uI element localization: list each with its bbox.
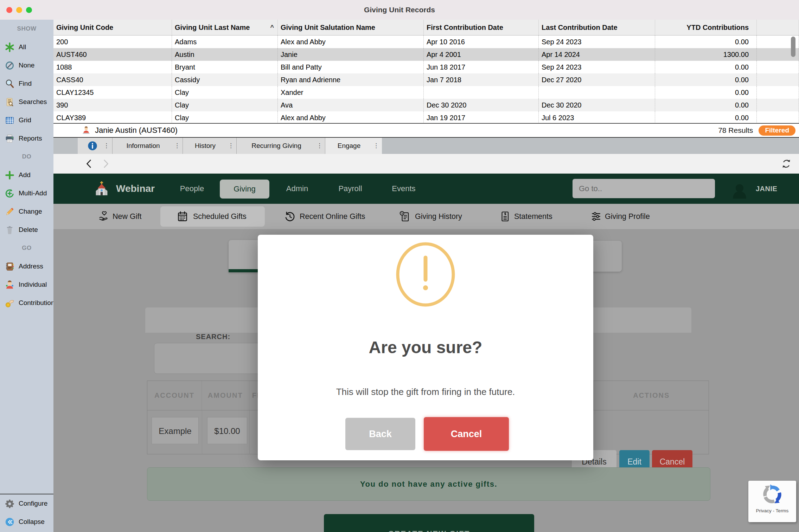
table-cell: Sep 24 2023 <box>539 61 655 73</box>
modal-back-button[interactable]: Back <box>345 418 415 450</box>
table-cell: Dec 30 2020 <box>539 99 655 111</box>
tab-label: Information <box>113 138 174 154</box>
confirmation-modal: Are you sure? This will stop the gift fr… <box>258 235 593 460</box>
sidebar-item-change[interactable]: Change <box>0 202 53 221</box>
table-cell: Alex and Abby <box>278 111 424 123</box>
sidebar-item-individual[interactable]: Individual <box>0 275 53 294</box>
sidebar-item-label: Contributions <box>19 299 58 307</box>
tab-info[interactable]: ⋮ <box>78 138 112 154</box>
subnav-item-label: Recent Online Gifts <box>300 204 365 229</box>
column-header-giving-unit-last-name[interactable]: Giving Unit Last Name^ <box>172 20 278 35</box>
actions-cell-border <box>595 414 698 451</box>
modal-cancel-button[interactable]: Cancel <box>424 417 509 451</box>
recaptcha-badge[interactable]: Privacy - Terms <box>748 481 796 522</box>
table-cell: 0.00 <box>655 86 757 99</box>
sidebar-item-grid[interactable]: Grid <box>0 111 53 129</box>
tab-history[interactable]: History⋮ <box>183 138 237 154</box>
portal-nav-people[interactable]: People <box>180 174 204 204</box>
table-cell: CLAY12345 <box>53 86 172 99</box>
column-header-first-contribution-date[interactable]: First Contribution Date <box>424 20 539 35</box>
asterisk-icon <box>5 42 15 52</box>
sidebar-item-none[interactable]: None <box>0 56 53 74</box>
tab-engage[interactable]: Engage⋮ <box>325 138 382 154</box>
table-row[interactable]: CLAY389ClayAlex and AbbyJan 19 2017Jul 6… <box>53 111 799 123</box>
sidebar-item-reports[interactable]: Reports <box>0 129 53 148</box>
table-cell: CASS40 <box>53 73 172 86</box>
column-header-blank[interactable] <box>757 20 799 35</box>
sidebar-item-label: Configure <box>19 500 47 507</box>
table-cell: CLAY389 <box>53 111 172 123</box>
table-row[interactable]: CLAY12345ClayXander0.00 <box>53 86 799 99</box>
column-header-ytd-contributions[interactable]: YTD Contributions <box>655 20 757 35</box>
gift-column-amount: AMOUNT <box>202 381 249 410</box>
sidebar-item-multi-add[interactable]: Multi-Add <box>0 184 53 202</box>
sidebar-item-address[interactable]: Address <box>0 257 53 275</box>
scroll-search-icon <box>5 97 15 107</box>
table-cell: AUST460 <box>53 48 172 61</box>
tab-menu-dots-icon[interactable]: ⋮ <box>228 138 234 154</box>
sidebar-item-label: Change <box>19 208 42 215</box>
sidebar-item-label: Delete <box>19 226 38 234</box>
sidebar-item-configure[interactable]: Configure <box>0 494 53 513</box>
sidebar: SHOWAllNoneFindSearchesGridReportsDOAddM… <box>0 20 53 532</box>
person-icon <box>5 280 15 290</box>
modal-title: Are you sure? <box>258 338 593 357</box>
forward-arrow-icon[interactable] <box>100 158 111 170</box>
sidebar-item-delete[interactable]: Delete <box>0 221 53 239</box>
web-portal: Webinar PeopleGivingAdminPayrollEvents J… <box>53 174 799 532</box>
tab-menu-dots-icon[interactable]: ⋮ <box>174 138 180 154</box>
sidebar-item-find[interactable]: Find <box>0 74 53 93</box>
record-bar: Janie Austin (AUST460) 78 Results Filter… <box>53 123 799 138</box>
table-row[interactable]: 390ClayAvaDec 30 2020Dec 30 20200.00 <box>53 99 799 111</box>
collapse-circle-icon <box>5 517 15 527</box>
column-header-giving-unit-code[interactable]: Giving Unit Code <box>53 20 172 35</box>
table-cell <box>757 61 799 73</box>
table-scrollbar[interactable] <box>791 37 795 57</box>
church-icon <box>93 180 110 197</box>
table-cell: 0.00 <box>655 61 757 73</box>
record-person-icon <box>82 125 91 136</box>
goto-input[interactable] <box>573 179 715 198</box>
column-header-last-contribution-date[interactable]: Last Contribution Date <box>539 20 655 35</box>
tab-label: Engage <box>325 138 373 154</box>
sidebar-item-contributions[interactable]: Contributions <box>0 294 53 312</box>
records-table-header: Giving Unit CodeGiving Unit Last Name^Gi… <box>53 20 799 35</box>
prohibit-icon <box>5 60 15 71</box>
table-cell: Bryant <box>172 61 278 73</box>
gear-icon <box>5 499 15 509</box>
portal-nav-giving[interactable]: Giving <box>220 180 269 199</box>
gift-column-account: ACCOUNT <box>147 381 202 410</box>
table-row[interactable]: 200AdamsAlex and AbbyApr 10 2016Sep 24 2… <box>53 35 799 48</box>
window-title: Giving Unit Records <box>0 0 799 20</box>
grid-icon <box>5 115 15 125</box>
table-cell: Adams <box>172 35 278 48</box>
sidebar-item-label: None <box>19 61 34 69</box>
tab-recurring-giving[interactable]: Recurring Giving⋮ <box>236 138 325 154</box>
coin-hand-icon <box>5 298 15 308</box>
create-new-gift-button[interactable]: CREATE NEW GIFT <box>324 514 534 532</box>
tab-menu-dots-icon[interactable]: ⋮ <box>317 138 322 154</box>
sidebar-item-collapse[interactable]: Collapse <box>0 513 53 531</box>
table-cell: Xander <box>278 86 424 99</box>
subnav-item-label: Statements <box>514 204 552 229</box>
refresh-icon[interactable] <box>781 158 792 169</box>
sidebar-item-all[interactable]: All <box>0 38 53 56</box>
table-row[interactable]: 1088BryantBill and PattyJun 18 2017Sep 2… <box>53 61 799 73</box>
table-cell: Dec 30 2020 <box>424 99 539 111</box>
table-cell: 200 <box>53 35 172 48</box>
user-avatar-icon[interactable] <box>730 181 749 202</box>
portal-nav-payroll[interactable]: Payroll <box>338 174 362 204</box>
table-row[interactable]: CASS40CassidyRyan and AdrienneJan 7 2018… <box>53 73 799 86</box>
filtered-badge[interactable]: Filtered <box>759 125 795 136</box>
tab-menu-dots-icon[interactable]: ⋮ <box>103 138 109 154</box>
table-row[interactable]: AUST460AustinJanieApr 4 2001Apr 14 20241… <box>53 48 799 61</box>
tab-menu-dots-icon[interactable]: ⋮ <box>373 138 379 154</box>
sidebar-item-add[interactable]: Add <box>0 166 53 184</box>
portal-nav-admin[interactable]: Admin <box>286 174 308 204</box>
sidebar-item-searches[interactable]: Searches <box>0 93 53 111</box>
portal-nav-events[interactable]: Events <box>392 174 415 204</box>
column-header-giving-unit-salutation-name[interactable]: Giving Unit Salutation Name <box>278 20 424 35</box>
recaptcha-links[interactable]: Privacy - Terms <box>748 508 796 513</box>
tab-information[interactable]: Information⋮ <box>112 138 183 154</box>
back-arrow-icon[interactable] <box>84 158 95 170</box>
